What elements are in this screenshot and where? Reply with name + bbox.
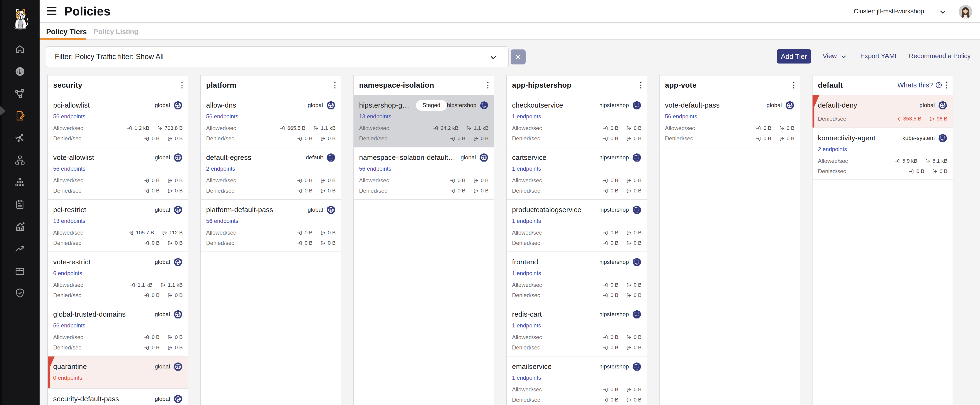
svg-text:ns: ns [330,159,332,161]
svg-text:ns: ns [636,212,638,213]
svg-text:ns: ns [636,368,638,370]
svg-text:ns: ns [636,264,638,265]
svg-text:ns: ns [636,107,638,108]
svg-text:ns: ns [942,140,943,141]
svg-text:ns: ns [636,159,638,161]
svg-text:ns: ns [484,107,485,108]
svg-text:ns: ns [636,316,638,317]
